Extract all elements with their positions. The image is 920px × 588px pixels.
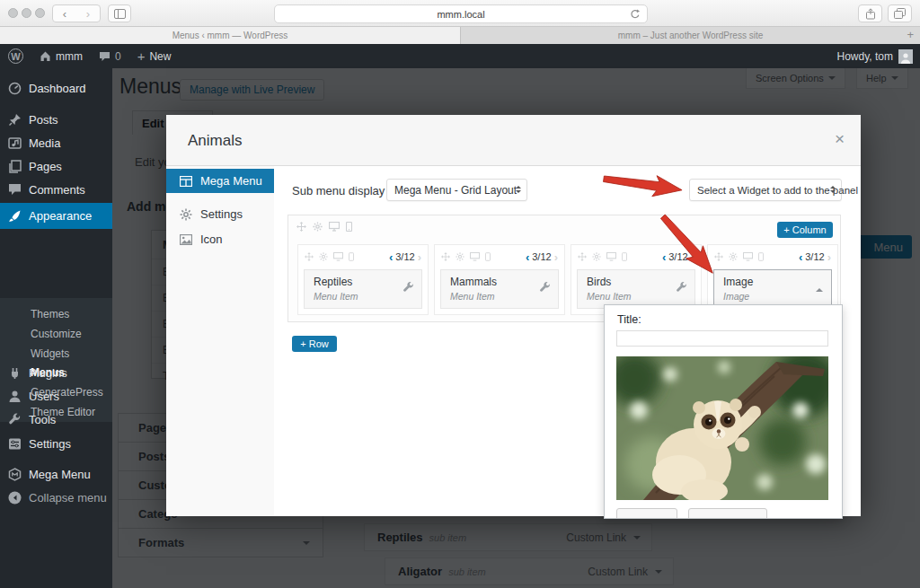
grow-column-icon[interactable]: › — [691, 250, 694, 264]
caret-down-icon — [828, 76, 836, 83]
new-tab-button[interactable]: + — [907, 28, 914, 41]
mobile-icon[interactable] — [485, 252, 491, 261]
sidebar-item-pages[interactable]: Pages — [0, 154, 112, 178]
mobile-icon[interactable] — [346, 222, 352, 232]
submenu-customize[interactable]: Customize — [0, 324, 112, 343]
move-icon[interactable] — [578, 252, 587, 261]
mobile-icon[interactable] — [758, 252, 764, 261]
back-icon[interactable]: ‹ — [63, 7, 66, 21]
pin-icon — [8, 113, 22, 127]
grid-column: ‹3/12› Reptiles Menu Item — [297, 244, 429, 315]
sidebar-item-settings[interactable]: Settings — [0, 432, 112, 455]
sidebar-item-media[interactable]: Media — [0, 131, 112, 154]
close-icon[interactable]: × — [835, 130, 845, 148]
sidebar-item-users[interactable]: Users — [0, 384, 112, 408]
shrink-column-icon[interactable]: ‹ — [389, 250, 393, 264]
shrink-column-icon[interactable]: ‹ — [526, 250, 529, 264]
desktop-icon[interactable] — [333, 252, 343, 261]
accordion-formats[interactable]: Formats — [118, 528, 323, 557]
modal-title: Animals — [188, 132, 242, 150]
wrench-icon[interactable] — [402, 282, 414, 294]
sidebar-item-mega-menu[interactable]: Mega Menu — [0, 462, 112, 486]
comments-menu[interactable]: 0 — [91, 44, 129, 68]
collapse-icon — [8, 491, 22, 505]
widget-select[interactable]: Select a Widget to add to the panel — [689, 179, 842, 201]
address-bar[interactable]: mmm.local — [274, 4, 648, 23]
sidebar-toggle-button[interactable] — [108, 4, 131, 22]
shrink-column-icon[interactable]: ‹ — [799, 250, 802, 264]
widget-birds[interactable]: Birds Menu Item — [577, 269, 695, 309]
window-zoom-button[interactable] — [35, 8, 45, 18]
grow-column-icon[interactable]: › — [418, 250, 421, 264]
sidebar-item-tools[interactable]: Tools — [0, 408, 112, 431]
widget-reptiles[interactable]: Reptiles Menu Item — [304, 269, 422, 309]
widget-mammals[interactable]: Mammals Menu Item — [440, 269, 559, 309]
gear-icon[interactable] — [313, 222, 323, 232]
sidebar-item-appearance[interactable]: Appearance — [0, 203, 112, 229]
share-button[interactable] — [858, 4, 882, 22]
submenu-widgets[interactable]: Widgets — [0, 344, 112, 363]
reload-icon[interactable] — [630, 9, 641, 20]
wrench-icon[interactable] — [539, 282, 551, 294]
window-close-button[interactable] — [8, 8, 18, 18]
mobile-icon[interactable] — [349, 252, 354, 261]
gear-icon[interactable] — [729, 252, 738, 261]
avatar[interactable] — [898, 49, 913, 64]
dashboard-icon — [8, 82, 22, 95]
submenu-themes[interactable]: Themes — [0, 304, 112, 323]
wrench-icon[interactable] — [676, 282, 687, 294]
window-minimize-button[interactable] — [22, 8, 31, 18]
tab-wordpress-admin[interactable]: Menus ‹ mmm — WordPress — [0, 27, 460, 44]
image-title-input[interactable] — [616, 330, 828, 347]
widget-image[interactable]: Image Image — [713, 269, 832, 309]
sidebar-item-posts[interactable]: Posts — [0, 108, 112, 131]
sidebar-item-plugins[interactable]: Plugins — [0, 361, 112, 384]
desktop-icon[interactable] — [743, 252, 753, 261]
modal-tab-icon[interactable]: Icon — [166, 227, 274, 251]
wp-logo-menu[interactable]: W — [0, 44, 31, 68]
share-icon — [865, 8, 876, 20]
loris-photo — [616, 356, 828, 500]
sidebar-item-dashboard[interactable]: Dashboard — [0, 76, 112, 100]
live-preview-button[interactable]: Manage with Live Preview — [180, 79, 324, 101]
help-button[interactable]: Help — [856, 68, 908, 89]
desktop-icon[interactable] — [470, 252, 480, 261]
image-panel-button[interactable] — [688, 508, 767, 519]
tab-overview-button[interactable] — [888, 4, 912, 22]
column-toolbar: ‹3/12› — [298, 245, 428, 268]
sidebar-item-collapse-menu[interactable]: Collapse menu — [0, 486, 112, 509]
shrink-column-icon[interactable]: ‹ — [662, 250, 666, 264]
move-icon[interactable] — [714, 252, 723, 261]
desktop-icon[interactable] — [329, 222, 340, 232]
tab-wordpress-site[interactable]: mmm – Just another WordPress site + — [460, 27, 920, 44]
collapse-widget-icon[interactable] — [816, 285, 823, 292]
menu-item-reptiles[interactable]: Reptiles sub item Custom Link — [364, 523, 652, 551]
sidebar-item-comments[interactable]: Comments — [0, 178, 112, 201]
site-name-menu[interactable]: mmm — [31, 44, 91, 68]
add-column-button[interactable]: + Column — [777, 222, 833, 238]
caret-down-icon[interactable] — [633, 536, 641, 543]
add-row-button[interactable]: + Row — [292, 336, 337, 352]
gear-icon[interactable] — [592, 252, 601, 261]
menu-item-aligator[interactable]: Aligator sub item Custom Link — [385, 557, 674, 585]
grow-column-icon[interactable]: › — [554, 250, 558, 264]
modal-tab-mega-menu[interactable]: Mega Menu — [166, 169, 274, 193]
gear-icon[interactable] — [319, 252, 328, 261]
desktop-icon[interactable] — [606, 252, 616, 261]
screen-options-button[interactable]: Screen Options — [746, 68, 845, 89]
modal-tab-settings[interactable]: Settings — [166, 202, 274, 226]
move-icon[interactable] — [441, 252, 450, 261]
display-mode-select[interactable]: Mega Menu - Grid Layout — [386, 179, 527, 201]
caret-down-icon[interactable] — [655, 570, 662, 577]
sidebar-toggle-icon — [114, 9, 126, 19]
image-panel-button[interactable] — [616, 508, 677, 519]
gear-icon[interactable] — [456, 252, 464, 261]
move-icon[interactable] — [305, 252, 314, 261]
new-content-menu[interactable]: + New — [129, 44, 180, 68]
move-icon[interactable] — [296, 222, 306, 232]
howdy-text[interactable]: Howdy, tom — [837, 50, 893, 63]
select-stepper-icon — [516, 185, 521, 196]
forward-icon[interactable]: › — [86, 7, 90, 21]
mobile-icon[interactable] — [622, 252, 627, 261]
grow-column-icon[interactable]: › — [827, 250, 831, 264]
